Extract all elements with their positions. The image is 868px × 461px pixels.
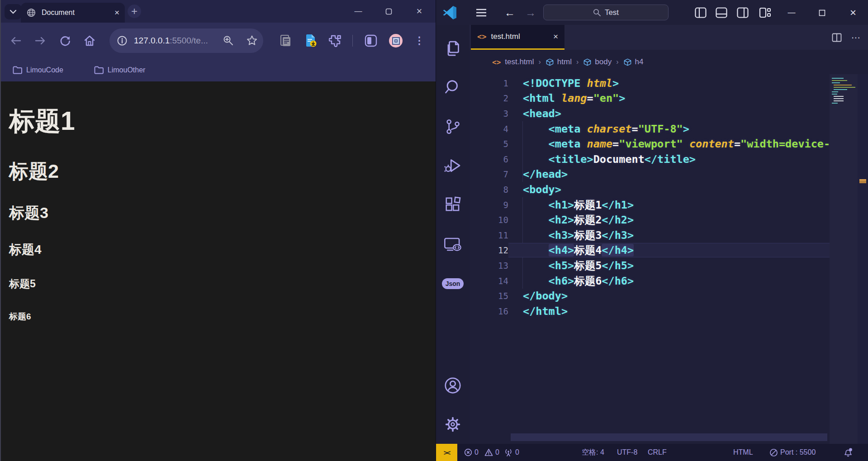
browser-tab-strip: Document × + — ×	[1, 0, 436, 23]
notifications-bell[interactable]	[843, 444, 853, 461]
sidebar-item-remote-explorer[interactable]	[442, 233, 464, 255]
browser-tab-document[interactable]: Document ×	[21, 3, 125, 23]
debug-play-icon	[444, 157, 462, 175]
symbol-cube-icon	[583, 58, 592, 67]
code-line-11[interactable]: 11 <h3>标题3</h3>	[470, 228, 830, 243]
bookmark-limoucode[interactable]: LimouCode	[13, 66, 63, 74]
back-button[interactable]	[9, 34, 23, 48]
vertical-scrollbar[interactable]	[858, 74, 868, 444]
search-icon	[593, 9, 601, 16]
editor-group: <> test.html × ⋯ <> test.html › html › b…	[470, 25, 868, 444]
code-line-6[interactable]: 6 <title>Document</title>	[470, 152, 830, 167]
editor-more-actions-button[interactable]: ⋯	[849, 31, 862, 44]
zoom-icon[interactable]	[223, 35, 234, 47]
bookmark-limouother[interactable]: LimouOther	[94, 66, 146, 74]
browser-maximize-button[interactable]	[379, 0, 398, 23]
code-line-15[interactable]: 15</body>	[470, 288, 830, 304]
toggle-primary-sidebar-button[interactable]	[693, 5, 708, 20]
toggle-panel-button[interactable]	[714, 5, 729, 20]
tab-close-icon[interactable]: ×	[114, 8, 119, 18]
tab-search-button[interactable]	[5, 4, 22, 19]
editor-tab-testhtml[interactable]: <> test.html ×	[471, 25, 564, 50]
maximize-icon	[819, 10, 825, 16]
code-line-9[interactable]: 9 <h1>标题1</h1>	[470, 197, 830, 213]
page-heading-2: 标题2	[9, 161, 436, 182]
breadcrumb-html[interactable]: html	[557, 57, 572, 67]
code-line-14[interactable]: 14 <h6>标题6</h6>	[470, 273, 830, 289]
split-editor-button[interactable]	[830, 31, 843, 44]
url-text[interactable]: 127.0.0.1:5500/te...	[134, 36, 208, 46]
bookmark-star-icon[interactable]	[246, 35, 258, 47]
browser-minimize-button[interactable]: —	[348, 0, 368, 23]
code-line-13[interactable]: 13 <h5>标题5</h5>	[470, 258, 830, 273]
code-line-16[interactable]: 16</html>	[470, 304, 830, 319]
breadcrumb-h4[interactable]: h4	[635, 57, 644, 67]
command-search-box[interactable]: Test	[543, 5, 669, 20]
nav-forward-button[interactable]: →	[523, 5, 538, 20]
indentation-indicator[interactable]: 空格: 4	[582, 444, 604, 461]
customize-layout-button[interactable]	[758, 5, 772, 20]
minimap[interactable]	[830, 74, 858, 444]
encoding-indicator[interactable]: UTF-8	[617, 444, 637, 461]
browser-window: Document × + — ×	[0, 0, 436, 461]
sidebar-item-json[interactable]: Json	[442, 273, 464, 295]
line-number: 12	[470, 245, 508, 255]
eol-indicator[interactable]: CRLF	[648, 444, 667, 461]
back-arrow-icon	[10, 37, 21, 45]
sidebar-item-search[interactable]	[442, 76, 464, 98]
editor-tab-close-icon[interactable]: ×	[553, 32, 558, 42]
horizontal-scrollbar-thumb[interactable]	[511, 433, 827, 441]
bookmark-label: LimouOther	[108, 66, 146, 74]
code-line-12[interactable]: 12 <h4>标题4</h4>	[470, 243, 830, 258]
vscode-minimize-button[interactable]: —	[784, 5, 799, 20]
page-heading-4: 标题4	[9, 243, 436, 257]
broadcast-antenna-icon	[504, 448, 513, 457]
breadcrumb-file[interactable]: test.html	[505, 57, 534, 67]
code-line-7[interactable]: 7</head>	[470, 167, 830, 182]
sidebar-item-source-control[interactable]	[442, 116, 464, 138]
language-mode-indicator[interactable]: HTML	[733, 444, 753, 461]
forward-button[interactable]	[33, 34, 47, 48]
extensions-puzzle-button[interactable]	[329, 34, 342, 48]
problems-indicator[interactable]: 0 0	[464, 444, 499, 461]
sidebar-item-explorer[interactable]	[442, 38, 464, 59]
home-button[interactable]	[83, 34, 96, 48]
browser-menu-kebab[interactable]: ⋮	[413, 34, 426, 48]
globe-icon	[26, 8, 36, 18]
nav-back-button[interactable]: ←	[503, 5, 517, 20]
ports-indicator[interactable]: 0	[504, 444, 519, 461]
settings-gear-button[interactable]	[442, 413, 464, 435]
accounts-button[interactable]	[442, 375, 464, 396]
code-line-1[interactable]: 1<!DOCTYPE html>	[470, 76, 830, 91]
code-line-2[interactable]: 2<html lang="en">	[470, 91, 830, 106]
profile-avatar[interactable]	[389, 34, 403, 48]
live-server-port-indicator[interactable]: Port : 5500	[769, 444, 816, 461]
error-count: 0	[474, 448, 479, 456]
remote-indicator[interactable]: ><	[436, 444, 457, 461]
code-line-5[interactable]: 5 <meta name="viewport" content="width=d…	[470, 136, 830, 152]
menu-hamburger-icon[interactable]	[474, 5, 489, 20]
code-editor[interactable]: 1<!DOCTYPE html>2<html lang="en">3<head>…	[470, 74, 868, 444]
bookmarks-bar: LimouCode LimouOther	[1, 59, 436, 81]
browser-close-button[interactable]: ×	[409, 0, 429, 23]
sidebar-item-extensions[interactable]	[442, 194, 464, 215]
sidebar-item-run-debug[interactable]	[442, 155, 464, 176]
reading-list-icon[interactable]	[279, 34, 293, 48]
toggle-secondary-sidebar-button[interactable]	[735, 5, 750, 20]
code-line-10[interactable]: 10 <h2>标题2</h2>	[470, 212, 830, 228]
reload-button[interactable]	[58, 34, 72, 48]
warning-icon	[484, 448, 493, 456]
breadcrumb-body[interactable]: body	[595, 57, 612, 67]
address-bar[interactable]: 127.0.0.1:5500/te...	[109, 29, 263, 53]
search-box-label: Test	[605, 8, 619, 17]
download-document-icon[interactable]	[304, 34, 318, 48]
code-line-8[interactable]: 8<body>	[470, 182, 830, 197]
code-line-3[interactable]: 3<head>	[470, 106, 830, 121]
side-panel-button[interactable]	[364, 34, 378, 48]
site-info-icon[interactable]	[117, 35, 128, 46]
code-line-4[interactable]: 4 <meta charset="UTF-8">	[470, 121, 830, 137]
new-tab-button[interactable]: +	[128, 5, 141, 18]
line-number: 10	[470, 215, 508, 225]
vscode-close-button[interactable]: ×	[846, 5, 860, 20]
vscode-maximize-button[interactable]	[815, 5, 829, 20]
